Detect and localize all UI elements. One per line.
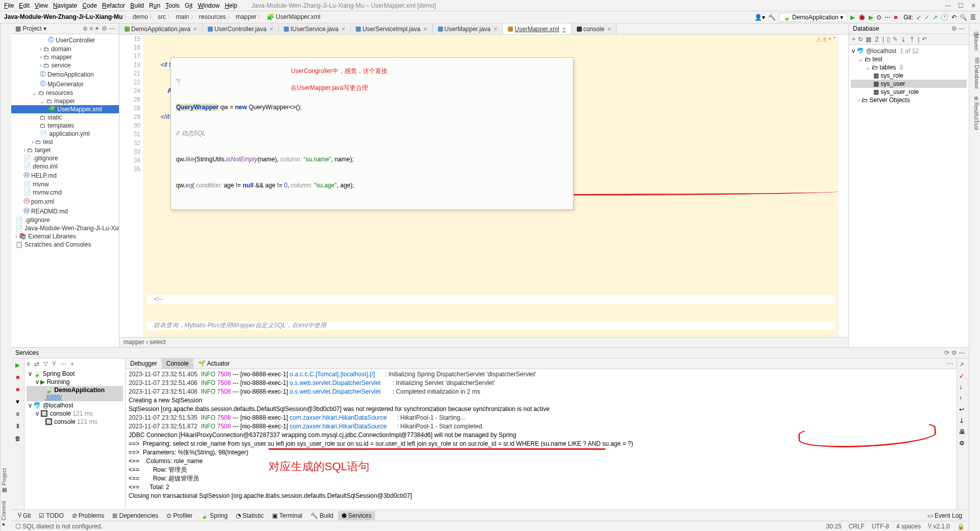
coverage-icon[interactable]: ▶̤ xyxy=(869,14,873,21)
cr-print-icon[interactable]: 🖶 xyxy=(959,428,967,436)
run-config-selector[interactable]: 🍃 DemoApplication ▾ xyxy=(779,13,847,22)
project-title[interactable]: ▦ Project ▾ xyxy=(15,25,46,32)
restful-tool[interactable]: ⊕ RestfulTool xyxy=(969,96,980,130)
editor-tab[interactable]: UserMapper.xml× xyxy=(503,23,571,35)
db-console-icon[interactable]: ▯ xyxy=(887,36,890,43)
cr-wrap-icon[interactable]: ↩ xyxy=(959,406,967,414)
db-table-icon[interactable]: ✎ xyxy=(893,36,898,43)
sv-trash-icon[interactable]: 🗑 xyxy=(14,435,22,443)
sv-expand-icon[interactable]: ≡ xyxy=(27,360,30,368)
right-tool-stripe[interactable]: ⓜ Maven 🗄 Database ⊕ RestfulTool xyxy=(969,23,980,531)
warnings-badge[interactable]: ⚠ 8 xyxy=(816,36,827,43)
database-tree[interactable]: v 🐬 @localhost1 of 12 ⌄ 🗁 test⌄ 🗁 tables… xyxy=(849,45,969,347)
cr-scroll-icon[interactable]: ⤓ xyxy=(959,417,967,425)
menu-build[interactable]: Build xyxy=(130,2,144,9)
maven-tool[interactable]: ⓜ Maven xyxy=(969,27,980,51)
caret-position[interactable]: 30:25 xyxy=(826,523,842,530)
sv-filter-icon[interactable]: ▼ xyxy=(14,398,22,406)
tree-item[interactable]: 📋 Scratches and Consoles xyxy=(11,240,119,249)
editor-tabs[interactable]: DemoApplication.java×UserController.java… xyxy=(119,23,848,35)
menu-git[interactable]: Git xyxy=(185,2,192,9)
menu-run[interactable]: Run xyxy=(149,2,160,9)
db-down-icon[interactable]: ⭳ xyxy=(900,36,906,43)
sv-run-icon[interactable]: ▶ xyxy=(14,361,22,369)
debug-icon[interactable]: 🐞 xyxy=(858,14,866,21)
cr-up-icon[interactable]: ↗ xyxy=(959,361,967,369)
db-tree-item[interactable]: ⌄ 🗁 test xyxy=(851,55,967,63)
tw-git[interactable]: Ⴤ Git xyxy=(14,511,34,520)
tree-item[interactable]: Ⓒ MpGenerator xyxy=(11,79,119,89)
tool-window-tabs[interactable]: Ⴤ Git ☑ TODO ⊘ Problems ⊞ Dependencies ⊙… xyxy=(11,510,969,521)
tree-item[interactable]: ⌄ 🗀 resources xyxy=(11,89,119,97)
editor-scrollbar[interactable] xyxy=(838,35,848,337)
plugin-ver[interactable]: v2.1.0 xyxy=(933,523,950,530)
stop-icon[interactable]: ■ xyxy=(894,14,897,21)
event-log[interactable]: ▭ Event Log xyxy=(924,511,966,520)
tree-item[interactable]: 📄 .gitignore xyxy=(11,216,119,224)
maximize-icon[interactable]: ☐ xyxy=(958,2,964,9)
db-refresh-icon[interactable]: ↻ xyxy=(858,36,863,43)
project-tool[interactable]: ▦ Project xyxy=(1,468,11,494)
tree-item[interactable]: ⌄ 🗀 mapper xyxy=(11,97,119,105)
menu-window[interactable]: Window xyxy=(198,2,219,9)
db-tree-item[interactable]: ▦ sys_user_role xyxy=(851,88,967,96)
cr-up2-icon[interactable]: ↑ xyxy=(959,395,967,402)
sv-dots-icon[interactable]: ⋯ xyxy=(60,360,66,368)
sv-stop-icon[interactable]: ■ xyxy=(14,373,22,381)
line-separator[interactable]: CRLF xyxy=(849,523,865,530)
console-menu[interactable]: ⋯ xyxy=(944,358,957,369)
tree-item[interactable]: 🗀 templates xyxy=(11,122,119,130)
left-tool-stripe[interactable]: ● Commit ▦ Project xyxy=(0,23,11,531)
tw-build[interactable]: 🔨 Build xyxy=(307,511,337,520)
commit-tool[interactable]: ● Commit xyxy=(1,501,11,528)
git-push-icon[interactable]: ↗ xyxy=(933,14,938,21)
ide-settings-icon[interactable]: ☰ xyxy=(970,14,976,21)
sv-y-icon[interactable]: Y xyxy=(52,360,56,368)
indent[interactable]: 4 spaces xyxy=(896,523,921,530)
menu-edit[interactable]: Edit xyxy=(19,2,30,9)
tw-terminal[interactable]: ▣ Terminal xyxy=(268,511,306,520)
history-icon[interactable]: 🕐 xyxy=(941,14,948,21)
tree-item[interactable]: › 🗀 service xyxy=(11,61,119,69)
tree-item[interactable]: 📄 mvnw.cmd xyxy=(11,188,119,197)
tree-item[interactable]: Ⓒ DemoApplication xyxy=(11,69,119,79)
editor-tab[interactable]: console× xyxy=(572,24,617,34)
db-add-icon[interactable]: + xyxy=(852,36,855,43)
menu-view[interactable]: View xyxy=(35,2,48,9)
tw-spring[interactable]: 🍃 Spring xyxy=(197,511,231,520)
services-toolbar[interactable]: ▶ ■ ■ ▼ ≡ Ⅱ 🗑 xyxy=(11,358,24,510)
db-tree-item[interactable]: › 🗁 Server Objects xyxy=(851,96,967,104)
menu-file[interactable]: File xyxy=(4,2,14,9)
console-right-toolbar[interactable]: ↗ ↙ ↓ ↑ ↩ ⤓ 🖶 ⚙ xyxy=(957,358,969,510)
project-settings[interactable]: ⊕ ≡ ✦ ⚙ — xyxy=(83,25,115,32)
menu-refactor[interactable]: Refactor xyxy=(102,2,125,9)
database-toolbar[interactable]: + ↻ ▦ ⮃ | ▯ ✎ ⭳ ⭱ | ↶ xyxy=(849,34,969,45)
cr-expand[interactable]: ↙ xyxy=(959,372,967,380)
console-output[interactable]: 2023-11-07 23:32:51.405 INFO 7508 --- [n… xyxy=(126,369,957,510)
tree-item[interactable]: › 🗀 target xyxy=(11,146,119,154)
cr-down-icon[interactable]: ↓ xyxy=(959,383,967,391)
menu-code[interactable]: Code xyxy=(82,2,97,9)
tree-item[interactable]: 📄 demo.iml xyxy=(11,162,119,171)
tw-problems[interactable]: ⊘ Problems xyxy=(68,511,108,520)
tw-todo[interactable]: ☑ TODO xyxy=(35,511,67,520)
close-icon[interactable]: ✕ xyxy=(971,2,976,9)
tree-item[interactable]: › 📚 External Libraries xyxy=(11,232,119,240)
sv-stop2-icon[interactable]: ■ xyxy=(14,385,22,394)
editor-tab[interactable]: DemoApplication.java× xyxy=(119,24,203,34)
services-tree[interactable]: ≡⇄▽Y⋯+ v 🍃 Spring Boot v ▶ Running 🍃 Dem… xyxy=(24,358,126,510)
tab-actuator[interactable]: 🌱 Actuator xyxy=(193,358,234,369)
services-gear[interactable]: ⚙ xyxy=(951,349,957,356)
app-url[interactable]: :8888/ xyxy=(45,394,62,401)
editor-tab[interactable]: IUserService.java× xyxy=(279,24,351,34)
tree-item[interactable]: › 🗀 test xyxy=(11,138,119,146)
tw-services[interactable]: ⬢ Services xyxy=(338,511,375,520)
tree-item[interactable]: 📄 mvnw xyxy=(11,180,119,188)
database-tool[interactable]: 🗄 Database xyxy=(969,58,980,89)
db-tree-item[interactable]: ⌄ 🗁 tables3 xyxy=(851,63,967,71)
db-stop-icon[interactable]: ▦ xyxy=(866,36,871,43)
lock-icon[interactable]: 🔒 xyxy=(957,523,965,530)
sv-filter2-icon[interactable]: ▽ xyxy=(43,360,48,368)
minimize-icon[interactable]: — xyxy=(945,2,951,9)
services-refresh[interactable]: ⟳ xyxy=(944,349,949,356)
